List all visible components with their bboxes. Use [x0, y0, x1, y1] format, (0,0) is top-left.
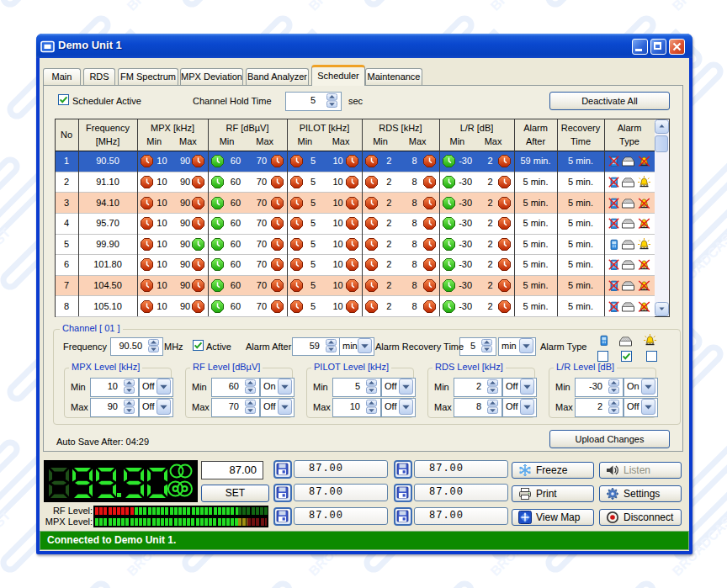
- svg-text:BROADCAST: BROADCAST: [669, 0, 727, 13]
